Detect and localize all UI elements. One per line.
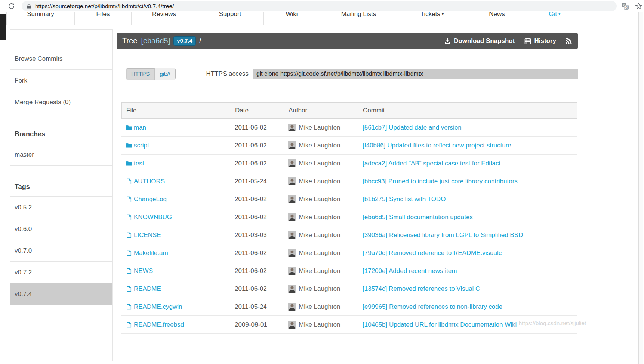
file-link[interactable]: AUTHORS [121, 178, 235, 185]
tab-label: Support [219, 12, 241, 18]
avatar [288, 267, 296, 275]
download-snapshot-label: Download Snapshot [454, 37, 515, 45]
author-name: Mike Laughton [299, 285, 341, 293]
avatar [288, 177, 296, 185]
sidebar-item-v0-7-4[interactable]: v0.7.4 [10, 283, 112, 305]
file-link[interactable]: README [121, 285, 235, 293]
download-snapshot-button[interactable]: Download Snapshot [444, 37, 515, 45]
rss-feed-icon[interactable] [565, 37, 573, 45]
reload-icon[interactable] [7, 2, 15, 10]
sidebar-item-merge-requests-0[interactable]: Merge Requests (0) [10, 91, 112, 113]
file-name: KNOWNBUG [134, 214, 172, 221]
tab-label: News [489, 12, 505, 18]
tree-header-actions: Download Snapshot History [444, 37, 573, 45]
tab-label: Git [549, 12, 557, 18]
sidebar-item-master[interactable]: master [10, 144, 112, 166]
commit-date: 2011-06-02 [235, 196, 288, 203]
commit-link[interactable]: [eba6d5] Small documentation updates [363, 214, 577, 221]
chevron-down-icon: ▾ [558, 12, 561, 16]
file-link[interactable]: README.freebsd [121, 321, 235, 329]
tab-mailing-lists[interactable]: Mailing Lists [320, 12, 397, 25]
author-cell: Mike Laughton [288, 231, 363, 239]
file-icon [126, 196, 132, 202]
commit-date: 2011-05-24 [235, 303, 288, 311]
avatar [288, 159, 296, 167]
author-cell: Mike Laughton [288, 249, 363, 257]
lock-icon [26, 3, 32, 9]
history-label: History [534, 37, 556, 45]
author-cell: Mike Laughton [288, 159, 363, 167]
tab-news[interactable]: News [467, 12, 527, 25]
commit-link[interactable]: [561cb7] Updated date and version [363, 124, 577, 131]
sidebar-item-browse-commits[interactable]: Browse Commits [10, 48, 112, 70]
clone-command-input[interactable] [253, 69, 578, 79]
file-name: Makefile.am [134, 249, 168, 257]
history-button[interactable]: History [524, 37, 556, 45]
commit-link[interactable]: [17200e] Added recent news item [363, 267, 577, 275]
file-link[interactable]: LICENSE [121, 231, 235, 239]
folder-link[interactable]: test [121, 160, 235, 167]
author-cell: Mike Laughton [288, 124, 363, 131]
tab-files[interactable]: Files [75, 12, 132, 25]
file-name: README.freebsd [134, 321, 184, 329]
commit-link[interactable]: [e99965] Removed references to non-libra… [363, 303, 577, 311]
table-row: ChangeLog2011-06-02Mike Laughton[b1b275]… [121, 190, 577, 208]
commit-link[interactable]: [13574c] Removed references to Visual C [363, 285, 577, 293]
file-icon [126, 232, 132, 238]
author-name: Mike Laughton [299, 303, 341, 311]
file-icon [126, 250, 132, 256]
tab-support[interactable]: Support [197, 12, 264, 25]
tab-git[interactable]: Git▾ [527, 12, 582, 25]
sidebar-item-v0-7-0[interactable]: v0.7.0 [10, 240, 112, 262]
file-link[interactable]: README.cygwin [121, 303, 235, 311]
column-header-commit: Commit [363, 107, 577, 114]
tree-title: Tree [122, 37, 137, 45]
commit-link[interactable]: [39036a] Relicensed library from LGPL to… [363, 231, 577, 239]
protocol-https-button[interactable]: HTTPS [126, 68, 154, 80]
commit-link[interactable]: [f40b86] Updated files to reflect new pr… [363, 142, 577, 149]
commit-link[interactable]: [bbcc93] Pruned to include just core lib… [363, 178, 577, 185]
column-header-file: File [122, 107, 235, 114]
file-link[interactable]: NEWS [121, 267, 235, 275]
file-name: script [134, 142, 149, 149]
file-link[interactable]: ChangeLog [121, 196, 235, 203]
browser-toolbar: https://sourceforge.net/p/libdmtx/libdmt… [0, 0, 644, 12]
commit-ref-link[interactable]: [eba6d5] [141, 37, 170, 45]
commit-date: 2011-06-02 [235, 285, 288, 293]
author-cell: Mike Laughton [288, 267, 363, 275]
sidebar-item-v0-7-2[interactable]: v0.7.2 [10, 262, 112, 283]
table-row: LICENSE2011-03-03Mike Laughton[39036a] R… [121, 226, 577, 244]
bookmark-star-icon[interactable] [635, 2, 643, 10]
avatar [288, 213, 296, 221]
tab-reviews[interactable]: Reviews [132, 12, 197, 25]
author-cell: Mike Laughton [288, 285, 363, 293]
tab-tickets[interactable]: Tickets▾ [397, 12, 467, 25]
file-name: LICENSE [134, 231, 161, 239]
commit-link[interactable]: [adeca2] Added "AB" special case test fo… [363, 160, 577, 167]
author-name: Mike Laughton [299, 178, 341, 185]
commit-link[interactable]: [b1b275] Sync list with TODO [363, 196, 577, 203]
file-name: man [134, 124, 146, 131]
author-name: Mike Laughton [299, 196, 341, 203]
author-cell: Mike Laughton [288, 303, 363, 311]
protocol-git-button[interactable]: git:// [154, 68, 175, 80]
sidebar-item-v0-6-0[interactable]: v0.6.0 [10, 218, 112, 240]
file-link[interactable]: Makefile.am [121, 249, 235, 257]
vertical-scrollbar[interactable] [638, 12, 643, 364]
folder-link[interactable]: man [121, 124, 235, 131]
file-link[interactable]: KNOWNBUG [121, 214, 235, 221]
tab-summary[interactable]: Summary [6, 12, 75, 25]
tab-wiki[interactable]: Wiki [264, 12, 320, 25]
sidebar-item-v0-5-2[interactable]: v0.5.2 [10, 197, 112, 218]
file-name: NEWS [134, 267, 153, 275]
tab-label: Tickets [420, 12, 440, 18]
commit-link[interactable]: [79a70c] Removed reference to README.vis… [363, 249, 577, 257]
folder-icon [126, 161, 132, 167]
url-text: https://sourceforge.net/p/libdmtx/libdmt… [35, 3, 174, 10]
address-bar[interactable]: https://sourceforge.net/p/libdmtx/libdmt… [22, 1, 617, 11]
translate-icon[interactable]: A G [621, 2, 629, 10]
sidebar-item-fork[interactable]: Fork [10, 70, 112, 91]
svg-text:G: G [625, 6, 628, 9]
author-name: Mike Laughton [299, 321, 341, 329]
folder-link[interactable]: script [121, 142, 235, 149]
